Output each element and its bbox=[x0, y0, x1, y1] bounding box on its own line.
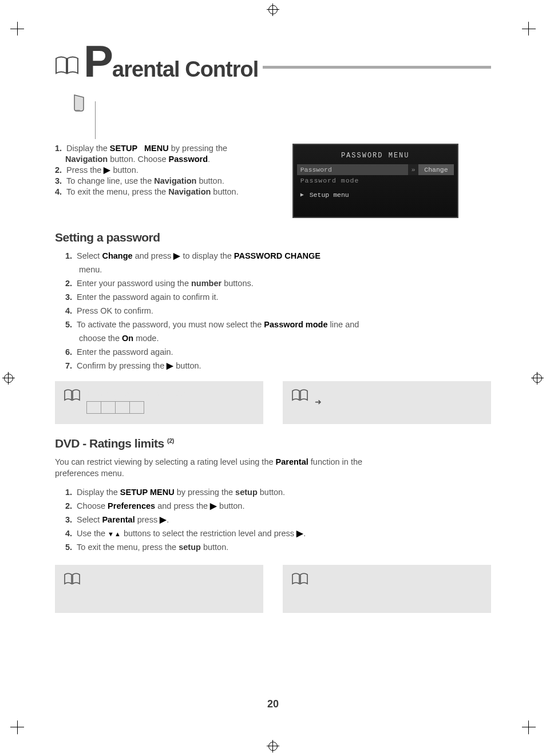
step-num: 3. bbox=[65, 292, 72, 302]
step-text: menu. bbox=[79, 265, 102, 274]
label-parental: Parental bbox=[276, 457, 308, 466]
ratings-description: You can restrict viewing by selecting a … bbox=[55, 456, 491, 480]
step-num: 2. bbox=[65, 279, 72, 288]
step-text: Select bbox=[77, 515, 102, 524]
osd-row-password-mode: Password mode bbox=[297, 175, 454, 190]
label-password-mode: Password mode bbox=[264, 320, 327, 329]
step-text: press bbox=[135, 515, 160, 524]
label-navigation: Navigation bbox=[154, 176, 196, 185]
label-setup-menu: SETUP MENU bbox=[120, 488, 175, 497]
desc-text: preferences menu. bbox=[55, 469, 124, 478]
step-text: button. bbox=[201, 543, 228, 552]
step-text: button. Choose bbox=[108, 155, 168, 164]
up-down-icon: ▼▲ bbox=[108, 531, 121, 537]
right-arrow-icon: ▶ bbox=[210, 501, 217, 510]
step-num: 5. bbox=[65, 320, 72, 329]
step-text: Enter the password again. bbox=[77, 347, 173, 357]
page-title-initial: P bbox=[84, 41, 112, 81]
label-change: Change bbox=[102, 251, 132, 260]
setting-password-steps: 1.Select Change and press ▶ to display t… bbox=[65, 250, 491, 372]
step-num: 4. bbox=[65, 306, 72, 315]
step-text: Enter the password again to confirm it. bbox=[77, 292, 218, 302]
step-text: . bbox=[303, 529, 306, 538]
book-icon bbox=[55, 54, 80, 82]
section-title-text: DVD - Ratings limits bbox=[55, 437, 164, 450]
step-num: 1. bbox=[65, 251, 72, 260]
desc-text: function in the bbox=[308, 457, 362, 466]
crop-mark bbox=[10, 22, 24, 35]
step-text: and press bbox=[133, 251, 174, 260]
osd-row-setup-menu: ▶Setup menu bbox=[297, 190, 454, 200]
book-icon bbox=[292, 573, 308, 588]
registration-mark bbox=[267, 740, 279, 753]
book-icon bbox=[292, 389, 308, 404]
step-num: 1. bbox=[65, 488, 72, 497]
step-text: choose the bbox=[79, 334, 122, 343]
step-text: Press OK to confirm. bbox=[77, 306, 153, 315]
right-arrow-icon: ▶ bbox=[104, 165, 110, 175]
step-text: by pressing the bbox=[175, 488, 235, 497]
registration-mark bbox=[2, 372, 15, 385]
osd-password-label: Password bbox=[297, 164, 409, 175]
osd-screenshot: PASSWORD MENU Password » Change Password… bbox=[292, 144, 458, 218]
right-arrow-icon: ▶ bbox=[173, 251, 180, 260]
step-num: 7. bbox=[65, 361, 72, 370]
note-password-reminder: Fill in the boxes as a reminder. bbox=[55, 381, 263, 424]
crop-mark bbox=[522, 22, 536, 35]
password-cell bbox=[86, 401, 101, 414]
title-underline bbox=[263, 66, 491, 69]
step-text: To activate the password, you must now s… bbox=[77, 320, 264, 329]
step-num: 4. bbox=[65, 529, 72, 538]
page-title-row: P arental Control bbox=[55, 41, 491, 82]
step-text: Select bbox=[77, 251, 102, 260]
label-navigation: Navigation bbox=[65, 155, 108, 164]
step-num: 3. bbox=[55, 176, 62, 185]
step-text: To exit the menu, press the bbox=[77, 543, 179, 552]
crop-mark bbox=[522, 721, 536, 734]
step-text: buttons to select the restriction level … bbox=[121, 529, 296, 538]
step-text: Confirm by pressing the bbox=[77, 361, 167, 370]
step-text: . bbox=[167, 515, 169, 524]
label-on: On bbox=[122, 334, 133, 343]
note-tip: ➜ bbox=[283, 381, 491, 424]
step-text: button. bbox=[211, 187, 238, 196]
password-cell bbox=[115, 401, 130, 414]
step-text: button. bbox=[258, 488, 285, 497]
step-text: buttons. bbox=[221, 279, 254, 288]
page-number: 20 bbox=[55, 698, 491, 710]
crop-mark bbox=[10, 721, 24, 734]
note-box bbox=[283, 565, 491, 613]
step-num: 5. bbox=[65, 543, 72, 552]
step-text: Press the bbox=[66, 165, 104, 175]
label-number: number bbox=[191, 279, 221, 288]
right-arrow-icon: ▶ bbox=[296, 529, 303, 538]
label-password: Password bbox=[169, 155, 208, 164]
label-parental: Parental bbox=[102, 515, 134, 524]
right-arrow-icon: ▶ bbox=[300, 191, 304, 199]
step-text: and press the bbox=[155, 501, 210, 510]
right-arrow-icon: ▶ bbox=[167, 361, 173, 370]
label-preferences: Preferences bbox=[108, 501, 155, 510]
registration-mark bbox=[531, 372, 544, 385]
right-arrow-icon: ➜ bbox=[315, 397, 322, 406]
note-text: Fill in the boxes as a reminder. bbox=[87, 389, 254, 398]
footnote-marker: (2) bbox=[167, 437, 174, 444]
osd-password-value: Change bbox=[418, 164, 453, 175]
step-text: Enter your password using the bbox=[77, 279, 191, 288]
step-text: Display the bbox=[66, 144, 110, 153]
step-num: 3. bbox=[65, 515, 72, 524]
label-setup-menu: SETUP MENU bbox=[110, 144, 169, 153]
step-text: Use the bbox=[77, 529, 108, 538]
label-setup: setup bbox=[235, 488, 258, 497]
registration-mark bbox=[267, 3, 279, 16]
osd-setup-menu-label: Setup menu bbox=[310, 191, 349, 199]
step-num: 6. bbox=[65, 347, 72, 357]
label-password-change: PASSWORD CHANGE bbox=[234, 251, 321, 260]
step-text: mode. bbox=[133, 334, 159, 343]
step-text: button. bbox=[196, 176, 224, 185]
step-text: button. bbox=[217, 501, 244, 510]
section-setting-password: Setting a password bbox=[55, 231, 491, 244]
ratings-steps: 1.Display the SETUP MENU by pressing the… bbox=[65, 486, 491, 553]
step-num: 2. bbox=[65, 501, 72, 510]
osd-chevron-icon: » bbox=[408, 164, 418, 175]
